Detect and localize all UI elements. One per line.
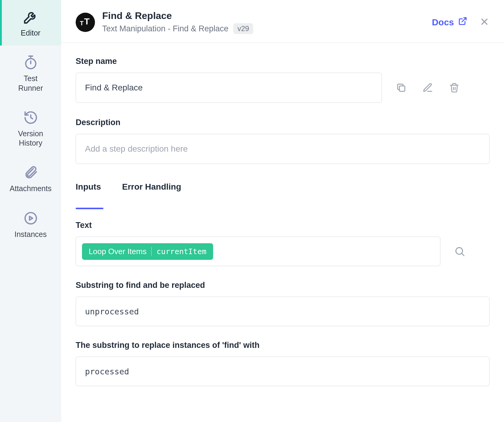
delete-button[interactable] [447, 80, 461, 95]
svg-point-3 [456, 247, 462, 254]
sidebar-item-editor[interactable]: Editor [0, 0, 61, 46]
docs-link[interactable]: Docs [432, 17, 467, 28]
play-circle-icon [22, 210, 39, 227]
tab-inputs[interactable]: Inputs [76, 182, 101, 197]
app-icon: TT [76, 13, 95, 32]
svg-point-1 [25, 213, 36, 224]
sidebar-item-label: Attachments [10, 184, 52, 193]
paperclip-icon [22, 164, 39, 181]
sidebar-item-label: Editor [21, 28, 40, 38]
sidebar-item-version-history[interactable]: Version History [0, 101, 61, 156]
replace-input[interactable]: processed [76, 357, 490, 386]
find-input[interactable]: unprocessed [76, 297, 490, 326]
token-separator [151, 247, 152, 256]
page-title: Find & Replace [102, 10, 432, 21]
sidebar-item-label: Test Runner [18, 74, 43, 93]
main-panel: TT Find & Replace Text Manipulation - Fi… [61, 0, 504, 422]
sidebar-item-instances[interactable]: Instances [0, 201, 61, 247]
text-field-label: Text [76, 221, 490, 230]
wrench-icon [22, 8, 39, 25]
replace-value: processed [85, 367, 129, 376]
find-label: Substring to find and be replaced [76, 281, 490, 290]
header: TT Find & Replace Text Manipulation - Fi… [61, 0, 504, 43]
sidebar-item-label: Version History [18, 129, 43, 148]
tab-error-handling[interactable]: Error Handling [122, 182, 181, 197]
description-placeholder: Add a step description here [85, 144, 188, 154]
sidebar-item-test-runner[interactable]: Test Runner [0, 46, 61, 101]
token-path: currentItem [156, 247, 206, 256]
header-titles: Find & Replace Text Manipulation - Find … [102, 10, 432, 34]
sidebar-item-label: Instances [14, 230, 47, 239]
edit-button[interactable] [421, 80, 435, 95]
text-input[interactable]: Loop Over Items currentItem [76, 237, 440, 266]
search-button[interactable] [452, 244, 467, 259]
version-badge: v29 [233, 23, 254, 34]
sidebar-item-attachments[interactable]: Attachments [0, 156, 61, 201]
step-name-label: Step name [76, 57, 490, 66]
token-pill[interactable]: Loop Over Items currentItem [82, 243, 213, 260]
step-name-value: Find & Replace [85, 83, 143, 93]
token-source: Loop Over Items [89, 247, 146, 256]
docs-label: Docs [432, 17, 454, 27]
description-input[interactable]: Add a step description here [76, 134, 490, 164]
step-name-input[interactable]: Find & Replace [76, 73, 382, 103]
page-subtitle: Text Manipulation - Find & Replace [102, 24, 228, 33]
tabs: Inputs Error Handling [76, 182, 490, 197]
description-label: Description [76, 118, 490, 127]
history-icon [22, 109, 39, 126]
copy-button[interactable] [394, 80, 408, 95]
replace-label: The substring to replace instances of 'f… [76, 341, 490, 350]
content: Step name Find & Replace Desc [61, 43, 504, 386]
close-button[interactable] [479, 17, 490, 28]
svg-rect-2 [399, 86, 405, 91]
sidebar: Editor Test Runner Version History Attac… [0, 0, 61, 422]
stopwatch-icon [22, 54, 39, 71]
find-value: unprocessed [85, 307, 139, 316]
external-link-icon [458, 17, 467, 28]
